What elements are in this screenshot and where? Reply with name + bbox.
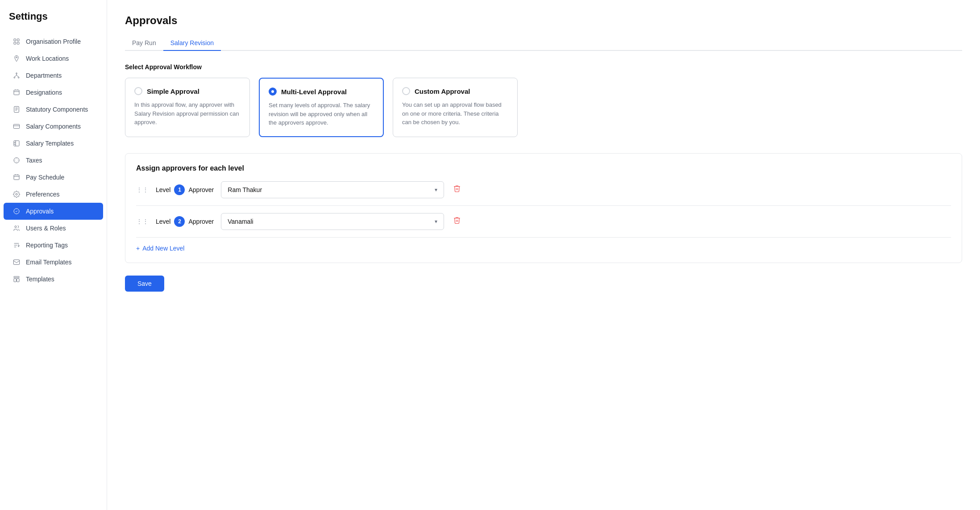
org-icon — [12, 38, 21, 46]
workflow-title-custom: Custom Approval — [415, 88, 470, 95]
svg-rect-9 — [14, 106, 19, 112]
designations-icon — [12, 88, 21, 96]
select-arrow-2: ▾ — [435, 218, 437, 225]
svg-point-14 — [16, 193, 17, 195]
approver-select-1[interactable]: Ram Thakur ▾ — [221, 181, 444, 198]
svg-rect-8 — [14, 90, 19, 95]
sidebar-item-label: Pay Schedule — [26, 174, 64, 181]
sidebar-item-templates[interactable]: Templates — [4, 271, 103, 288]
level-label-2: Level 2 Approver — [156, 216, 214, 227]
save-button[interactable]: Save — [125, 276, 164, 292]
svg-marker-17 — [18, 245, 20, 247]
workflow-card-multi-level[interactable]: Multi-Level Approval Set many levels of … — [259, 78, 384, 137]
approver-value-1: Ram Thakur — [228, 186, 262, 193]
svg-rect-13 — [14, 175, 19, 180]
svg-rect-3 — [17, 42, 19, 44]
sidebar-item-statutory-components[interactable]: Statutory Components — [4, 101, 103, 118]
pay-schedule-icon — [12, 173, 21, 181]
svg-point-16 — [15, 226, 17, 228]
workflow-card-simple[interactable]: Simple Approval In this approval flow, a… — [125, 78, 250, 137]
sidebar-item-users-roles[interactable]: Users & Roles — [4, 220, 103, 237]
svg-rect-0 — [14, 39, 16, 41]
page-title: Approvals — [125, 14, 962, 27]
sidebar-item-label: Salary Components — [26, 123, 81, 130]
svg-point-12 — [14, 158, 19, 163]
sidebar-item-work-locations[interactable]: Work Locations — [4, 50, 103, 67]
delete-level-2[interactable] — [451, 214, 463, 228]
sidebar-item-reporting-tags[interactable]: Reporting Tags — [4, 237, 103, 254]
add-level-label: Add New Level — [142, 245, 184, 252]
radio-simple — [134, 87, 142, 95]
sidebar-title: Settings — [0, 11, 107, 33]
sidebar: Settings Organisation Profile Work Locat… — [0, 0, 107, 510]
sidebar-item-label: Users & Roles — [26, 225, 66, 232]
plus-icon: + — [136, 245, 140, 252]
salary-tmpl-icon — [12, 139, 21, 147]
departments-icon — [12, 71, 21, 79]
workflow-card-custom[interactable]: Custom Approval You can set up an approv… — [393, 78, 518, 137]
add-new-level-button[interactable]: + Add New Level — [136, 245, 951, 252]
workflow-cards: Simple Approval In this approval flow, a… — [125, 78, 962, 137]
preferences-icon — [12, 190, 21, 198]
svg-rect-20 — [14, 279, 16, 282]
svg-rect-21 — [17, 279, 19, 282]
svg-point-5 — [16, 73, 17, 74]
sidebar-item-organisation-profile[interactable]: Organisation Profile — [4, 33, 103, 50]
svg-rect-10 — [13, 124, 19, 128]
workflow-title-multi-level: Multi-Level Approval — [281, 88, 347, 96]
approver-value-2: Vanamali — [228, 218, 253, 225]
sidebar-item-preferences[interactable]: Preferences — [4, 186, 103, 203]
level-badge-2: 2 — [174, 216, 185, 227]
level-row-2: ⋮⋮ Level 2 Approver Vanamali ▾ — [136, 213, 951, 230]
sidebar-item-label: Organisation Profile — [26, 38, 81, 45]
svg-rect-2 — [14, 42, 16, 44]
workflow-desc-custom: You can set up an approval flow based on… — [402, 100, 508, 127]
approver-select-2[interactable]: Vanamali ▾ — [221, 213, 444, 230]
radio-custom — [402, 87, 410, 95]
workflow-title-simple: Simple Approval — [147, 88, 199, 95]
taxes-icon — [12, 156, 21, 164]
sidebar-item-salary-templates[interactable]: Salary Templates — [4, 135, 103, 152]
approvals-icon — [12, 207, 21, 215]
tab-pay-run[interactable]: Pay Run — [125, 36, 163, 51]
sidebar-item-label: Work Locations — [26, 55, 69, 62]
reporting-icon — [12, 241, 21, 249]
sidebar-item-label: Preferences — [26, 191, 59, 198]
sidebar-item-pay-schedule[interactable]: Pay Schedule — [4, 169, 103, 186]
assign-approvers-section: Assign approvers for each level ⋮⋮ Level… — [125, 153, 962, 263]
svg-rect-1 — [17, 39, 19, 41]
assign-title: Assign approvers for each level — [136, 164, 951, 172]
sidebar-item-label: Departments — [26, 72, 62, 79]
sidebar-item-label: Salary Templates — [26, 140, 74, 147]
workflow-section-heading: Select Approval Workflow — [125, 63, 962, 71]
tab-salary-revision[interactable]: Salary Revision — [163, 36, 221, 51]
drag-handle-2[interactable]: ⋮⋮ — [136, 218, 149, 225]
statutory-icon — [12, 105, 21, 113]
templates-icon — [12, 275, 21, 283]
radio-multi-level — [269, 88, 277, 96]
svg-rect-19 — [14, 276, 19, 278]
location-icon — [12, 54, 21, 63]
tabs-container: Pay RunSalary Revision — [125, 36, 962, 51]
level-label-1: Level 1 Approver — [156, 184, 214, 195]
select-arrow-1: ▾ — [435, 187, 437, 193]
sidebar-item-taxes[interactable]: Taxes — [4, 152, 103, 169]
workflow-desc-multi-level: Set many levels of approval. The salary … — [269, 101, 374, 127]
sidebar-item-approvals[interactable]: Approvals — [4, 203, 103, 220]
sidebar-item-label: Taxes — [26, 157, 42, 164]
svg-point-6 — [14, 77, 15, 78]
sidebar-item-label: Statutory Components — [26, 106, 88, 113]
delete-level-1[interactable] — [451, 183, 463, 196]
drag-handle-1[interactable]: ⋮⋮ — [136, 186, 149, 193]
sidebar-item-designations[interactable]: Designations — [4, 84, 103, 101]
sidebar-item-label: Templates — [26, 276, 54, 283]
sidebar-item-label: Email Templates — [26, 259, 71, 266]
sidebar-item-salary-components[interactable]: Salary Components — [4, 118, 103, 135]
level-row-1: ⋮⋮ Level 1 Approver Ram Thakur ▾ — [136, 181, 951, 198]
sidebar-item-departments[interactable]: Departments — [4, 67, 103, 84]
sidebar-item-label: Approvals — [26, 208, 54, 215]
sidebar-item-email-templates[interactable]: Email Templates — [4, 254, 103, 271]
salary-comp-icon — [12, 122, 21, 130]
users-icon — [12, 224, 21, 232]
svg-rect-18 — [13, 260, 19, 265]
